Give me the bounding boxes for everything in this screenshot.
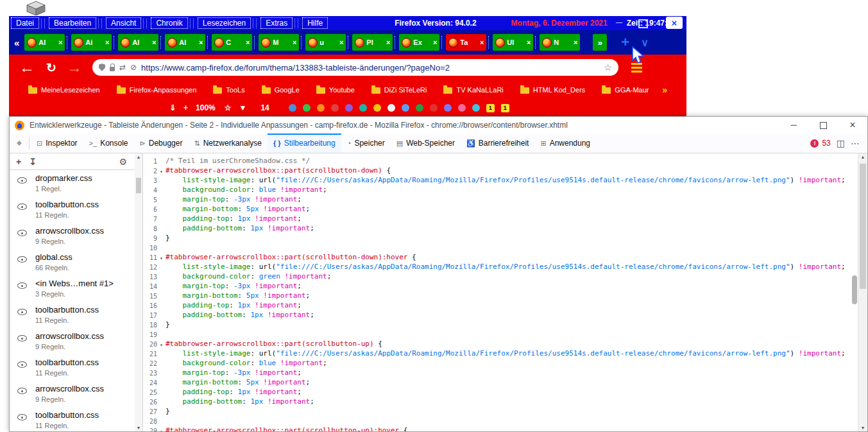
add-icon[interactable]: + — [183, 103, 188, 112]
extension-icon[interactable] — [458, 104, 466, 112]
menu-item-bearbeiten[interactable]: Bearbeiten — [49, 17, 96, 29]
scroll-up-icon[interactable]: ▲ — [135, 155, 142, 159]
extension-icon[interactable] — [472, 104, 480, 112]
meatball-menu-icon[interactable]: ⋯ — [851, 138, 860, 148]
extension-icon[interactable] — [402, 104, 409, 112]
stylesheet-item[interactable]: global.css66 Regeln. — [10, 249, 142, 275]
menu-item-lesezeichen[interactable]: Lesezeichen — [198, 17, 251, 29]
visibility-eye-icon[interactable] — [17, 228, 28, 238]
scrollbar-thumb[interactable] — [860, 164, 866, 289]
extension-icon[interactable] — [317, 104, 325, 112]
zoom-level-label[interactable]: 100% — [196, 103, 216, 112]
extension-icon[interactable] — [289, 104, 296, 112]
menu-item-chronik[interactable]: Chronik — [151, 17, 187, 29]
tab-close-button[interactable]: × — [58, 39, 62, 46]
stylesheet-item[interactable]: arrowscrollbox.css9 Regeln. — [10, 223, 142, 249]
dropdown-icon[interactable]: ▼ — [239, 103, 247, 112]
browser-tab[interactable]: Ta× — [446, 34, 486, 51]
stylesheet-item[interactable]: dropmarker.css1 Regel. — [10, 170, 142, 196]
devtools-maximize-button[interactable] — [808, 117, 838, 134]
menu-item-ansicht[interactable]: Ansicht — [106, 17, 141, 29]
extension-badge[interactable]: 1 — [486, 104, 495, 112]
back-button[interactable]: ← — [19, 58, 35, 76]
browser-tab[interactable]: M× — [259, 34, 299, 51]
sidebar-scrollbar[interactable]: ▲ ▼ — [135, 153, 142, 431]
scroll-down-icon[interactable]: ▼ — [135, 426, 142, 430]
visibility-eye-icon[interactable] — [17, 333, 28, 343]
stylesheet-item[interactable]: toolbarbutton.css11 Regeln. — [10, 407, 142, 432]
tab-close-button[interactable]: × — [339, 39, 343, 46]
browser-tab[interactable]: N× — [540, 34, 580, 51]
close-button[interactable]: × — [666, 17, 683, 29]
editor-scrollbar-thumb[interactable] — [852, 275, 857, 304]
browser-tab[interactable]: Pl× — [352, 34, 393, 51]
visibility-eye-icon[interactable] — [17, 175, 28, 185]
visibility-eye-icon[interactable] — [17, 386, 28, 395]
stylesheet-item[interactable]: toolbarbutton.css11 Regeln. — [10, 196, 142, 223]
extension-icon[interactable] — [331, 104, 339, 112]
extension-icon[interactable] — [444, 104, 452, 112]
minimize-button[interactable]: ─ — [616, 17, 622, 28]
visibility-eye-icon[interactable] — [17, 359, 28, 369]
blocked-content-icon[interactable]: ⊘ — [130, 63, 137, 72]
extension-badge[interactable]: 1 — [501, 104, 509, 112]
fold-marker[interactable]: ▾ — [157, 252, 166, 262]
tab-application[interactable]: ⊞Anwendung — [534, 134, 596, 153]
bookmark-icon[interactable]: ☆ — [225, 103, 232, 112]
url-input[interactable]: https://www.camp-firefox.de/forum/thema/… — [141, 63, 599, 73]
browser-tab[interactable]: Al× — [165, 34, 205, 51]
reload-button[interactable]: ↻ — [46, 60, 56, 75]
scroll-tabs-right-button[interactable]: » — [593, 34, 607, 51]
menu-item-extras[interactable]: Extras — [260, 17, 293, 29]
scrollbar-thumb[interactable] — [136, 178, 141, 193]
extension-icon[interactable] — [373, 104, 381, 112]
visibility-eye-icon[interactable] — [17, 202, 28, 211]
visibility-eye-icon[interactable] — [17, 281, 28, 290]
extension-icon[interactable] — [416, 104, 423, 112]
tab-close-button[interactable]: × — [527, 39, 531, 46]
extension-icon[interactable] — [359, 104, 367, 112]
tab-close-button[interactable]: × — [433, 39, 437, 46]
gear-icon[interactable]: ⚙ — [119, 157, 127, 167]
extension-icon[interactable] — [430, 104, 438, 112]
stylesheet-item[interactable]: toolbarbutton.css11 Regeln. — [10, 354, 142, 381]
scroll-down-icon[interactable]: ▼ — [859, 426, 867, 430]
menu-item-hilfe[interactable]: Hilfe — [302, 17, 328, 29]
tab-close-button[interactable]: × — [574, 39, 577, 46]
bookmark-folder[interactable]: GoogLe — [262, 86, 300, 94]
tab-styleeditor[interactable]: { }Stilbearbeitung — [268, 134, 341, 153]
browser-tab[interactable]: Al× — [24, 34, 65, 51]
stylesheet-item[interactable]: arrowscrollbox.css9 Regeln. — [10, 381, 142, 407]
download-icon[interactable]: ⇓ — [169, 103, 176, 112]
extension-icon[interactable] — [387, 104, 395, 112]
tab-close-button[interactable]: × — [246, 39, 250, 46]
maximize-button[interactable] — [638, 19, 648, 28]
bookmark-folder[interactable]: GGA-Maur — [602, 86, 649, 94]
tab-console[interactable]: >_Konsole — [83, 134, 134, 153]
pick-element-icon[interactable]: ⌖ — [10, 137, 29, 149]
tab-accessibility[interactable]: ♿Barrierefreiheit — [461, 134, 534, 153]
tab-debugger[interactable]: ⊳Debugger — [134, 134, 189, 153]
split-console-icon[interactable]: ◫ — [837, 138, 845, 148]
tab-close-button[interactable]: × — [199, 39, 203, 46]
forward-button[interactable]: → — [67, 58, 82, 76]
browser-tab[interactable]: Ul× — [493, 34, 533, 51]
scroll-up-icon[interactable]: ▲ — [859, 155, 867, 159]
browser-tab[interactable]: Al× — [118, 34, 158, 51]
bookmark-folder[interactable]: DiZi SiTeLeRi — [371, 86, 427, 94]
style-editor-code[interactable]: 1/* Teil im userChromeShadow.css */2▾#ta… — [143, 153, 867, 431]
devtools-titlebar[interactable]: Entwicklerwerkzeuge - Tableiste Änderung… — [10, 117, 867, 134]
tab-close-button[interactable]: × — [480, 39, 484, 46]
tab-network[interactable]: ⇅Netzwerkanalyse — [188, 134, 268, 153]
fold-marker[interactable]: ▾ — [157, 426, 166, 431]
tab-close-button[interactable]: × — [105, 39, 109, 46]
devtools-scrollbar[interactable]: ▲ ▼ — [858, 153, 867, 431]
error-count[interactable]: 53 — [822, 139, 830, 148]
tab-memory[interactable]: ◔Speicher — [341, 134, 391, 153]
bookmark-folder[interactable]: Youtube — [316, 86, 355, 94]
bookmark-folder[interactable]: MeineLesezeichen — [28, 86, 100, 94]
import-stylesheet-icon[interactable]: ↧ — [29, 157, 37, 167]
desktop-shortcut-icon[interactable] — [23, 0, 49, 15]
devtools-close-button[interactable]: × — [838, 117, 867, 134]
lock-icon[interactable] — [110, 67, 115, 71]
